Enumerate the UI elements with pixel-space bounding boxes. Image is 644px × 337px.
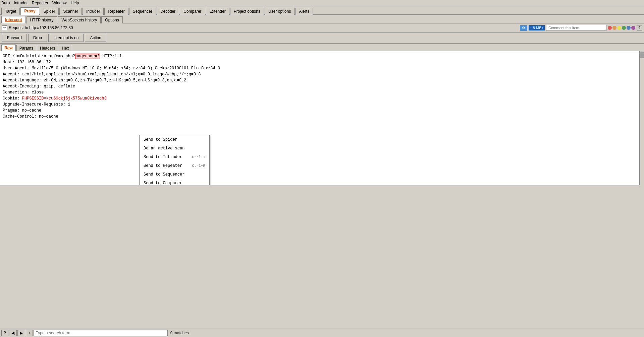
tab-hex[interactable]: Hex — [59, 45, 72, 51]
search-input[interactable] — [34, 330, 168, 334]
drop-button[interactable]: Drop — [28, 34, 47, 42]
edit-icon[interactable]: ✏ — [2, 25, 7, 30]
tab-top-comparer[interactable]: Comparer — [180, 8, 205, 15]
top-right-bar: ⚙ ↑ 8 MB↓ ? — [520, 25, 642, 31]
tab-top-scanner[interactable]: Scanner — [59, 8, 82, 15]
add-button[interactable]: + — [26, 330, 33, 334]
request-method: GET /imfadministrator/cms.php? — [3, 54, 75, 59]
help-button[interactable]: ? — [637, 25, 642, 30]
request-line-1: GET /imfadministrator/cms.php?pagename=*… — [3, 53, 641, 59]
ctx-send-sequencer[interactable]: Send to Sequencer — [140, 170, 209, 179]
tab-top-target[interactable]: Target — [1, 8, 20, 15]
tab-top-repeater[interactable]: Repeater — [104, 8, 128, 15]
tab-params[interactable]: Params — [16, 45, 36, 51]
tab-top-user-options[interactable]: User options — [265, 8, 294, 15]
request-line-2: Host: 192.168.86.172 — [3, 59, 641, 65]
comment-input[interactable] — [546, 25, 606, 31]
mb-counter: ↑ 8 MB↓ — [529, 25, 545, 30]
tab-bar-top: Target Proxy Spider Scanner Intruder Rep… — [0, 6, 644, 15]
tab-top-project-options[interactable]: Project options — [230, 8, 264, 15]
content-area[interactable]: GET /imfadministrator/cms.php?pagename=*… — [0, 51, 644, 185]
color-circles — [608, 26, 635, 30]
ctx-shortcut-repeater: Ctrl+R — [192, 163, 205, 169]
tab-websockets-history[interactable]: WebSockets history — [58, 16, 101, 23]
tab-bar-second: Intercept HTTP history WebSockets histor… — [0, 15, 644, 23]
request-line-4: Accept: text/html,application/xhtml+xml,… — [3, 71, 641, 77]
context-menu: Send to Spider Do an active scan Send to… — [139, 135, 210, 185]
request-header-bar: ✏ Request to http://192.168.86.172.80 ⚙ … — [0, 23, 644, 32]
request-line-5: Accept-Language: zh-CN,zh;q=0.8,zh-TW;q=… — [3, 77, 641, 83]
tab-top-decoder[interactable]: Decoder — [157, 8, 179, 15]
tab-top-extender[interactable]: Extender — [206, 8, 229, 15]
match-count: 0 matches — [170, 331, 189, 334]
ctx-active-scan[interactable]: Do an active scan — [140, 144, 209, 153]
ctx-send-repeater[interactable]: Send to Repeater Ctrl+R — [140, 161, 209, 170]
content-wrapper: GET /imfadministrator/cms.php?pagename=*… — [0, 51, 644, 334]
ctx-send-spider[interactable]: Send to Spider — [140, 135, 209, 144]
request-line-6: Accept-Encoding: gzip, deflate — [3, 83, 641, 89]
request-protocol: HTTP/1.1 — [100, 54, 122, 59]
ctx-label-send-intruder: Send to Intruder — [144, 154, 182, 160]
tab-top-intruder[interactable]: Intruder — [83, 8, 104, 15]
request-line-8: Cookie: PHPSESSID=kcu69ckj5jk575wua0kive… — [3, 95, 641, 102]
menu-bar: Burp Intruder Repeater Window Help — [0, 0, 644, 6]
menu-window[interactable]: Window — [52, 1, 67, 5]
ctx-label-send-comparer: Send to Comparer — [144, 180, 182, 185]
tab-top-sequencer[interactable]: Sequencer — [129, 8, 156, 15]
request-title-area: ✏ Request to http://192.168.86.172.80 — [2, 25, 73, 30]
tab-options[interactable]: Options — [101, 16, 122, 23]
request-line-3: User-Agent: Mozilla/5.0 (Windows NT 10.0… — [3, 65, 641, 71]
circle-orange[interactable] — [612, 26, 616, 30]
tab-intercept[interactable]: Intercept — [1, 16, 26, 23]
tab-top-spider[interactable]: Spider — [40, 8, 59, 15]
menu-burp[interactable]: Burp — [1, 1, 10, 5]
circle-yellow[interactable] — [617, 26, 621, 30]
request-line-7: Connection: close — [3, 89, 641, 95]
request-title-text: Request to http://192.168.86.172.80 — [9, 25, 73, 30]
ctx-send-comparer[interactable]: Send to Comparer — [140, 179, 209, 185]
request-line-10: Pragma: no-cache — [3, 108, 641, 114]
tab-http-history[interactable]: HTTP history — [26, 16, 57, 23]
extension-icon: ⚙ — [520, 25, 527, 31]
request-param-highlight: pagename=* — [75, 54, 100, 59]
tab-top-alerts[interactable]: Alerts — [295, 8, 313, 15]
scrollbar[interactable] — [639, 51, 644, 185]
request-line-11: Cache-Control: no-cache — [3, 114, 641, 120]
ctx-label-send-sequencer: Send to Sequencer — [144, 172, 184, 178]
extension-symbol: ⚙ — [522, 26, 525, 30]
ctx-label-active-scan: Do an active scan — [144, 145, 184, 151]
circle-blue[interactable] — [627, 26, 631, 30]
menu-help[interactable]: Help — [71, 1, 79, 5]
cookie-value: PHPSESSID=kcu69ckj5jk575wua0kiveqh3 — [22, 96, 107, 101]
tab-top-proxy[interactable]: Proxy — [20, 7, 39, 15]
menu-repeater[interactable]: Repeater — [32, 1, 48, 5]
request-line-9: Upgrade-Insecure-Requests: 1 — [3, 102, 641, 108]
tab-raw[interactable]: Raw — [1, 45, 16, 51]
action-button[interactable]: Action — [85, 34, 106, 42]
action-bar: Forward Drop Intercept is on Action — [0, 32, 644, 44]
next-prev-button[interactable]: ▶ — [17, 330, 25, 334]
forward-button[interactable]: Forward — [2, 34, 27, 42]
tab-bar-sub: Raw Params Headers Hex — [0, 44, 644, 51]
circle-green[interactable] — [622, 26, 626, 30]
ctx-label-send-repeater: Send to Repeater — [144, 163, 182, 169]
cookie-prefix: Cookie: — [3, 96, 22, 101]
circle-purple[interactable] — [631, 26, 635, 30]
scrollbar-thumb[interactable] — [640, 52, 644, 58]
circle-red[interactable] — [608, 26, 612, 30]
menu-intruder[interactable]: Intruder — [14, 1, 28, 5]
tab-headers[interactable]: Headers — [37, 45, 58, 51]
ctx-shortcut-intruder: Ctrl+I — [192, 154, 205, 160]
prev-button[interactable]: ◀ — [9, 330, 17, 334]
ctx-label-send-spider: Send to Spider — [144, 137, 177, 143]
ctx-send-intruder[interactable]: Send to Intruder Ctrl+I — [140, 153, 209, 161]
help-bottom-button[interactable]: ? — [1, 330, 8, 334]
bottom-bar: ? ◀ ▶ + 0 matches — [0, 329, 644, 334]
intercept-button[interactable]: Intercept is on — [48, 34, 84, 42]
